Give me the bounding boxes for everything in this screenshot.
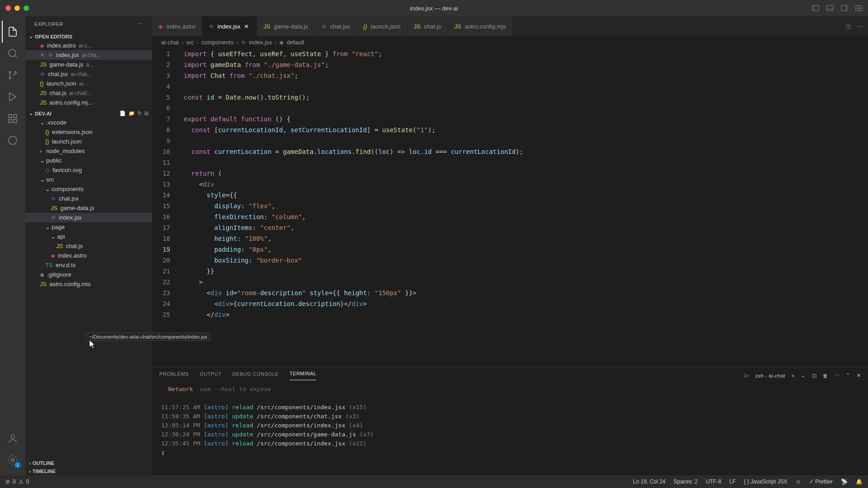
more-icon[interactable]: ⋯ <box>138 21 143 27</box>
tabs-bar: ◈index.astro ⚛index.jsx✕ JSgame-data.js … <box>152 16 868 36</box>
tab-chat-js[interactable]: JSchat.js <box>407 16 448 36</box>
encoding-label[interactable]: UTF-8 <box>706 478 721 485</box>
indent-label[interactable]: Spaces: 2 <box>673 478 697 485</box>
cursor-position[interactable]: Ln 19, Col 24 <box>633 478 665 485</box>
file-item[interactable]: TSenv.d.ts <box>25 260 152 270</box>
project-header[interactable]: ⌄ DEV-AI 📄 📁 ↻ ⊟ <box>25 109 152 118</box>
close-window-button[interactable] <box>5 5 11 11</box>
activity-bottom: 1 <box>2 427 24 471</box>
feedback-icon[interactable]: ☺ <box>796 478 801 485</box>
more-icon[interactable]: ⋯ <box>857 23 863 30</box>
open-editor-item[interactable]: JSchat.jsai-chat/... <box>25 88 152 98</box>
close-panel-icon[interactable]: ✕ <box>857 373 861 378</box>
open-editor-item[interactable]: JSastro.config.mj... <box>25 98 152 107</box>
refresh-icon[interactable]: ↻ <box>138 110 142 116</box>
bell-icon[interactable]: 🔔 <box>856 478 863 485</box>
problems-tab[interactable]: PROBLEMS <box>159 371 189 380</box>
broadcast-icon[interactable]: 📡 <box>841 478 848 485</box>
account-activity[interactable] <box>2 427 24 449</box>
svg-rect-15 <box>9 115 12 118</box>
close-tab-icon[interactable]: ✕ <box>244 23 250 30</box>
minimize-window-button[interactable] <box>14 5 20 11</box>
terminal-tab[interactable]: TERMINAL <box>290 371 317 380</box>
more-icon[interactable]: ⋯ <box>835 373 840 378</box>
collapse-icon[interactable]: ⊟ <box>144 110 148 116</box>
source-control-activity[interactable] <box>2 64 24 86</box>
settings-activity[interactable]: 1 <box>2 449 24 471</box>
file-item[interactable]: ◈index.astro <box>25 251 152 260</box>
tab-index-astro[interactable]: ◈index.astro <box>152 16 202 36</box>
open-editor-item[interactable]: ⚛chat.jsxai-chat... <box>25 69 152 79</box>
maximize-window-button[interactable] <box>24 5 29 11</box>
file-name: index.astro <box>47 42 76 49</box>
file-name: launch.json <box>47 80 76 87</box>
lang-label[interactable]: { } JavaScript JSX <box>744 478 787 485</box>
file-item[interactable]: ⚛chat.jsx <box>25 194 152 203</box>
tab-astro-config[interactable]: JSastro.config.mjs <box>448 16 513 36</box>
file-name: chat.js <box>49 90 67 96</box>
layout-icon[interactable] <box>855 5 863 12</box>
search-activity[interactable] <box>2 43 24 64</box>
open-editor-item[interactable]: {}launch.jsonai-... <box>25 79 152 88</box>
explorer-activity[interactable] <box>2 21 24 43</box>
split-terminal-icon[interactable]: ◫ <box>812 373 817 378</box>
svg-rect-18 <box>14 120 17 123</box>
code-content[interactable]: import { useEffect, useRef, useState } f… <box>179 48 868 367</box>
folder-item[interactable]: ⌄api <box>25 232 152 241</box>
file-item[interactable]: {}extensions.json <box>25 127 152 137</box>
new-terminal-icon[interactable]: + <box>792 373 795 378</box>
extensions-activity[interactable] <box>2 108 24 129</box>
debug-console-tab[interactable]: DEBUG CONSOLE <box>232 371 278 380</box>
terminal-launch-icon[interactable]: ▷ <box>745 373 749 378</box>
open-editor-item[interactable]: ✕⚛index.jsxai-cha... <box>25 50 152 60</box>
debug-activity[interactable] <box>2 86 24 108</box>
close-editor-icon[interactable]: ✕ <box>40 52 46 58</box>
shell-label[interactable]: zsh - ai-chat <box>755 373 785 378</box>
svg-point-21 <box>11 459 14 461</box>
file-item[interactable]: ◇favicon.svg <box>25 165 152 175</box>
split-icon[interactable]: ◫ <box>846 23 851 30</box>
tab-chat-jsx[interactable]: ⚛chat.jsx <box>315 16 357 36</box>
prettier-label[interactable]: ✓ Prettier <box>809 478 833 485</box>
new-folder-icon[interactable]: 📁 <box>129 110 135 116</box>
folder-item[interactable]: ⌄page <box>25 222 152 232</box>
breadcrumb[interactable]: ai-chat› src› components› ⚛index.jsx› ◈d… <box>152 36 868 48</box>
panel-right-icon[interactable] <box>841 5 848 12</box>
folder-item[interactable]: ⌄.vscode <box>25 118 152 127</box>
output-tab[interactable]: OUTPUT <box>200 371 221 380</box>
timeline-header[interactable]: › TIMELINE <box>25 467 152 475</box>
file-item[interactable]: JSchat.js <box>25 241 152 251</box>
terminal-dropdown-icon[interactable]: ⌄ <box>801 373 806 378</box>
folder-item[interactable]: ⌄src <box>25 175 152 184</box>
errors-item[interactable]: ⊘0⚠0 <box>5 478 29 485</box>
file-item[interactable]: JSgame-data.js <box>25 203 152 213</box>
error-icon: ⊘ <box>5 478 10 485</box>
file-item[interactable]: ◆.gitignore <box>25 270 152 279</box>
code-editor[interactable]: 1234567891011121314151617181920212223242… <box>152 48 868 367</box>
edge-icon <box>7 135 18 146</box>
kill-terminal-icon[interactable]: 🗑 <box>823 373 828 378</box>
tab-game-data[interactable]: JSgame-data.js <box>257 16 315 36</box>
folder-item[interactable]: ›node_modules <box>25 146 152 156</box>
new-file-icon[interactable]: 📄 <box>119 110 126 116</box>
tab-launch-json[interactable]: {}launch.json <box>357 16 407 36</box>
tab-index-jsx[interactable]: ⚛index.jsx✕ <box>202 16 258 36</box>
search-icon <box>7 48 18 59</box>
open-editor-item[interactable]: ◈index.astroai-c... <box>25 41 152 50</box>
maximize-panel-icon[interactable]: ⌃ <box>846 373 850 378</box>
outline-header[interactable]: › OUTLINE <box>25 459 152 467</box>
mouse-cursor <box>90 340 97 351</box>
file-item[interactable]: JSastro.config.mis <box>25 279 152 289</box>
folder-item[interactable]: ⌄public <box>25 156 152 165</box>
panel-left-icon[interactable] <box>812 5 819 12</box>
titlebar: index.jsx — dev-ai <box>0 0 868 16</box>
open-editor-item[interactable]: JSgame-data.jsa... <box>25 60 152 69</box>
panel-bottom-icon[interactable] <box>826 5 834 12</box>
terminal-output[interactable]: Network use --host to expose 11:57:25 AM… <box>152 380 868 475</box>
eol-label[interactable]: LF <box>730 478 736 485</box>
file-item-active[interactable]: ⚛index.jsx <box>25 213 152 222</box>
file-item[interactable]: {}launch.json <box>25 137 152 146</box>
folder-item[interactable]: ⌄components <box>25 184 152 194</box>
open-editors-header[interactable]: ⌄ OPEN EDITORS <box>25 32 152 41</box>
edge-activity[interactable] <box>2 129 24 151</box>
